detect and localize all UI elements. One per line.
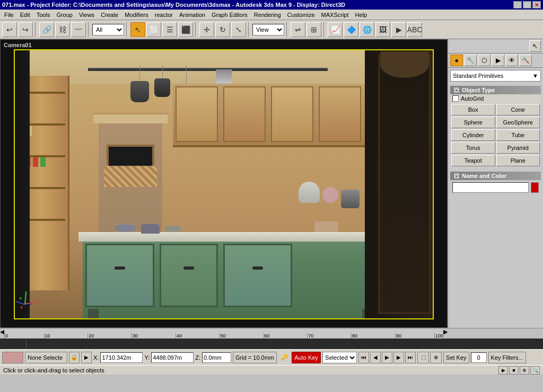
menu-reactor[interactable]: reactor [152,11,176,19]
menu-help[interactable]: Help [352,11,371,19]
menu-views[interactable]: Views [76,11,98,19]
menu-maxscript[interactable]: MAXScript [318,11,352,19]
viewport-navigate-btn[interactable]: ⊕ [520,366,529,375]
menu-group[interactable]: Group [53,11,76,19]
mirror-btn[interactable]: ⇌ [291,22,305,37]
menu-edit[interactable]: Edit [17,11,33,19]
prev-frame-nav-btn[interactable]: ◀ [370,352,381,363]
bottom-status-bar: Click or click-and-drag to select object… [0,365,543,375]
menu-animation[interactable]: Animation [176,11,208,19]
sphere-btn[interactable]: Sphere [451,117,495,128]
anim-stop-btn[interactable]: ■ [509,366,519,375]
name-color-row [450,180,541,195]
expand-btn[interactable]: ▶ [81,352,92,363]
y-coord-field[interactable] [151,352,194,363]
timeline-empty-left [0,338,27,349]
panel-cursor-btn[interactable]: ↖ [529,40,541,52]
select-tool-btn[interactable]: ↖ [130,22,145,37]
menu-graph-editors[interactable]: Graph Editors [208,11,251,19]
timeline-right-arrow[interactable]: ▶ [443,328,448,338]
redo-btn[interactable]: ↪ [18,22,33,37]
panel-tabs: ● 🔧 ⬡ ▶ 👁 🔨 [448,54,543,68]
teapot-btn[interactable]: Teapot [451,155,495,166]
menu-rendering[interactable]: Rendering [251,11,284,19]
viewport-camera01[interactable]: Camera01 [0,39,448,328]
close-btn[interactable]: ✕ [532,1,541,8]
object-type-collapse-btn[interactable]: - [453,87,460,93]
object-name-input[interactable] [452,182,529,193]
color-swatch[interactable] [531,182,539,193]
menu-modifiers[interactable]: Modifiers [121,11,152,19]
z-coord-field[interactable] [202,352,231,363]
menu-customize[interactable]: Customize [284,11,318,19]
key-icon-btn[interactable]: 🔑 [278,352,290,363]
next-key-nav-btn[interactable]: ⏭ [405,352,416,363]
rect-select-btn[interactable]: ⬛ [178,22,193,37]
name-color-collapse-btn[interactable]: - [453,173,460,179]
move-btn[interactable]: ✛ [199,22,214,37]
time-input[interactable] [471,352,487,363]
curve-editor-btn[interactable]: 📈 [328,22,343,37]
menu-tools[interactable]: Tools [33,11,54,19]
extra-btn-2[interactable]: ⊕ [430,352,442,363]
x-coord-field[interactable] [100,352,143,363]
cone-btn[interactable]: Cone [496,104,540,115]
play-nav-btn[interactable]: ▶ [382,352,392,363]
sep3 [126,22,128,37]
tab-utilities[interactable]: 🔨 [519,55,532,66]
render-btn[interactable]: ▶ [391,22,406,37]
torus-btn[interactable]: Torus [451,142,495,154]
key-filters-btn[interactable]: Key Filters... [488,352,526,363]
selected-dropdown[interactable]: Selected [322,352,357,363]
next-frame-nav-btn[interactable]: ▶ [393,352,404,363]
cylinder-btn[interactable]: Cylinder [451,129,495,141]
tube-btn[interactable]: Tube [496,129,540,141]
select-by-name-btn[interactable]: ☰ [162,22,177,37]
object-type-label: Object Type [462,87,495,93]
bind-space-warp-btn[interactable]: 〰 [71,22,86,37]
zoom-btn[interactable]: 🔍 [530,366,540,375]
pyramid-btn[interactable]: Pyramid [496,142,540,154]
schematic-view-btn[interactable]: 🔷 [344,22,358,37]
unlink-btn[interactable]: ⛓ [55,22,70,37]
timeline-ruler[interactable]: 0 10 20 30 40 50 60 70 80 90 100 [4,328,443,338]
anim-play-btn[interactable]: ▶ [498,366,508,375]
tab-hierarchy[interactable]: ⬡ [478,55,491,66]
tab-motion[interactable]: ▶ [492,55,504,66]
geosphere-btn[interactable]: GeoSphere [496,117,540,128]
select-region-btn[interactable]: ⬜ [146,22,161,37]
menu-create[interactable]: Create [98,11,121,19]
minimize-btn[interactable]: _ [513,1,522,8]
tab-display[interactable]: 👁 [505,55,518,66]
render-setup-btn[interactable]: 🖼 [375,22,390,37]
undo-btn[interactable]: ↩ [2,22,17,37]
tab-create[interactable]: ● [450,55,463,66]
dropdown-arrow-icon: ▼ [532,73,538,79]
playback-controls: ▶ ■ ⊕ 🔍 [498,366,540,375]
category-label: Standard Primitives [453,73,503,79]
z-coord-label: Z: [195,354,200,361]
lock-btn[interactable]: 🔒 [69,352,80,363]
tab-modify[interactable]: 🔧 [464,55,477,66]
set-key-btn[interactable]: Set Key [443,352,469,363]
auto-key-btn[interactable]: Auto Key [292,352,321,363]
align-btn[interactable]: ⊞ [306,22,321,37]
material-editor-btn[interactable]: 🌐 [360,22,374,37]
timeline-keyframe-area[interactable] [27,338,448,349]
plane-btn[interactable]: Plane [496,155,540,166]
box-btn[interactable]: Box [451,104,495,115]
extra-btn-1[interactable]: ⬚ [417,352,429,363]
rotate-btn[interactable]: ↻ [215,22,230,37]
autogrid-checkbox[interactable] [452,95,459,102]
prev-key-nav-btn[interactable]: ⏮ [358,352,369,363]
autogrid-row: AutoGrid [450,94,541,103]
menu-file[interactable]: File [1,11,17,19]
selection-filter-dropdown[interactable]: All [92,24,124,35]
viewport-mode-dropdown[interactable]: View [252,24,284,35]
maximize-btn[interactable]: □ [523,1,531,8]
category-dropdown[interactable]: Standard Primitives ▼ [450,70,541,82]
timeline-left-arrow[interactable]: ◀ [0,328,4,338]
render-type-btn[interactable]: ABC [407,22,422,37]
select-link-btn[interactable]: 🔗 [39,22,54,37]
scale-btn[interactable]: ⤡ [231,22,246,37]
